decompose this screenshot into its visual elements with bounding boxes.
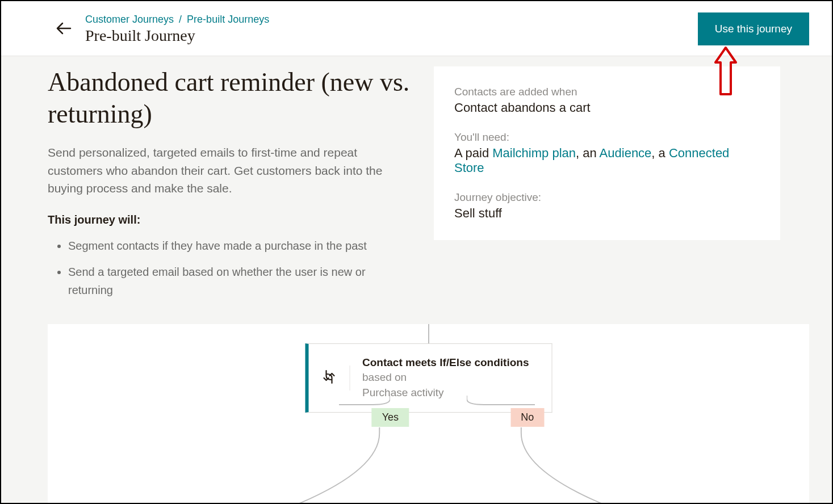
- node-condition-mid: based on: [362, 371, 407, 383]
- header-left: Customer Journeys / Pre-built Journeys P…: [52, 14, 269, 45]
- info-label: Journey objective:: [454, 191, 760, 204]
- breadcrumb-separator: /: [179, 14, 182, 25]
- connector-line: [339, 396, 390, 408]
- need-text: , a: [651, 146, 669, 160]
- breadcrumb: Customer Journeys / Pre-built Journeys: [85, 14, 269, 26]
- journey-info-card: Contacts are added when Contact abandons…: [434, 66, 780, 240]
- branch-no-label: No: [510, 408, 544, 427]
- journey-title: Abandoned cart reminder (new vs. returni…: [48, 66, 411, 130]
- connector-curve-right: [429, 427, 810, 504]
- branch-icon: [321, 368, 337, 388]
- back-arrow-icon[interactable]: [56, 22, 72, 37]
- info-added-when: Contacts are added when Contact abandons…: [454, 86, 760, 115]
- journey-summary: Abandoned cart reminder (new vs. returni…: [48, 66, 411, 307]
- page-header: Customer Journeys / Pre-built Journeys P…: [1, 1, 832, 56]
- need-text: , an: [576, 146, 600, 160]
- branches: Yes No: [48, 396, 809, 504]
- node-condition-bold: Contact meets If/Else conditions: [362, 356, 529, 368]
- need-text: A paid: [454, 146, 492, 160]
- link-audience[interactable]: Audience: [600, 146, 652, 160]
- journey-will-list: Segment contacts if they have made a pur…: [48, 237, 411, 299]
- journey-description: Send personalized, targeted emails to fi…: [48, 144, 411, 198]
- journey-will-label: This journey will:: [48, 213, 411, 226]
- page-subtitle: Pre-built Journey: [85, 27, 269, 45]
- breadcrumb-customer-journeys[interactable]: Customer Journeys: [85, 14, 174, 25]
- divider: [349, 366, 350, 390]
- link-mailchimp-plan[interactable]: Mailchimp plan: [492, 146, 576, 160]
- use-this-journey-button[interactable]: Use this journey: [698, 12, 809, 45]
- connector-line: [428, 324, 429, 343]
- info-youll-need: You'll need: A paid Mailchimp plan, an A…: [454, 131, 760, 175]
- journey-diagram: Contact meets If/Else conditions based o…: [48, 324, 809, 504]
- branch-yes-label: Yes: [372, 408, 409, 427]
- info-label: You'll need:: [454, 131, 760, 144]
- connector-curve-left: [48, 427, 429, 504]
- info-label: Contacts are added when: [454, 86, 760, 98]
- info-value: Sell stuff: [454, 206, 760, 221]
- breadcrumb-prebuilt-journeys[interactable]: Pre-built Journeys: [187, 14, 269, 25]
- content-area: Abandoned cart reminder (new vs. returni…: [1, 56, 832, 307]
- info-value: A paid Mailchimp plan, an Audience, a Co…: [454, 146, 760, 175]
- journey-will-item: Send a targeted email based on whether t…: [68, 263, 411, 299]
- journey-will-item: Segment contacts if they have made a pur…: [68, 237, 411, 255]
- info-objective: Journey objective: Sell stuff: [454, 191, 760, 221]
- connector-line: [467, 396, 535, 408]
- node-text: Contact meets If/Else conditions based o…: [362, 355, 539, 401]
- info-value: Contact abandons a cart: [454, 100, 760, 115]
